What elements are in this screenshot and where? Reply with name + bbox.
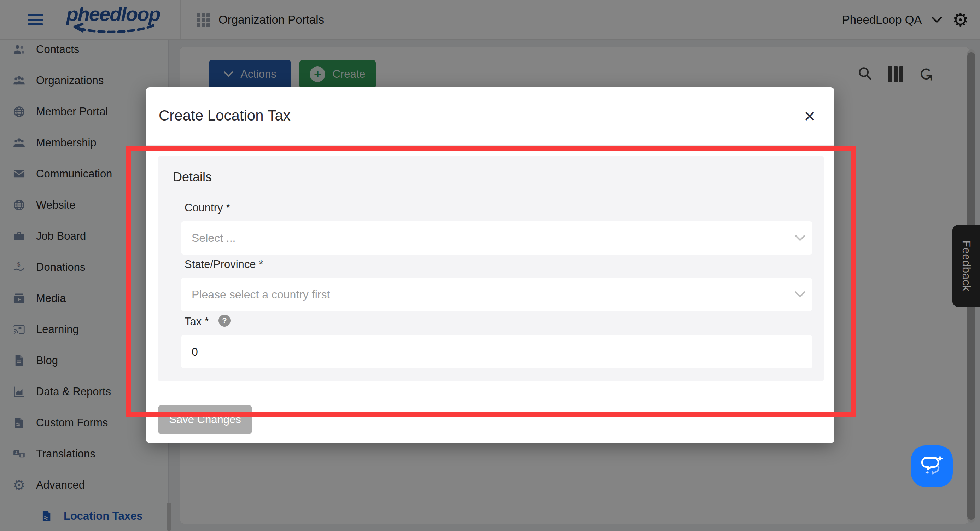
feedback-tab[interactable]: Feedback — [953, 225, 980, 307]
app-root: pheedloop Organization Portals PheedLoop… — [0, 0, 980, 531]
tax-input[interactable] — [181, 335, 813, 368]
details-section: Details Country * Select ... State/Provi… — [158, 156, 824, 381]
section-title: Details — [173, 170, 212, 184]
select-controls — [786, 221, 807, 254]
save-changes-button[interactable]: Save Changes — [158, 405, 252, 434]
feedback-tab-label: Feedback — [960, 240, 972, 291]
state-province-label: State/Province * — [185, 258, 263, 271]
state-select-placeholder: Please select a country first — [192, 288, 330, 301]
modal-title: Create Location Tax — [159, 107, 291, 124]
close-icon[interactable]: ✕ — [803, 109, 816, 124]
select-controls — [786, 278, 807, 311]
country-label: Country * — [185, 202, 230, 214]
create-location-tax-modal: Create Location Tax ✕ Details Country * … — [146, 87, 834, 443]
chevron-down-icon — [793, 234, 807, 242]
chevron-down-icon — [793, 290, 807, 299]
state-province-select[interactable]: Please select a country first — [181, 278, 813, 311]
country-select-placeholder: Select ... — [192, 232, 236, 245]
modal-header-divider — [146, 145, 834, 146]
country-select[interactable]: Select ... — [181, 221, 813, 254]
select-divider — [786, 229, 786, 247]
help-icon[interactable]: ? — [218, 315, 231, 327]
select-divider — [786, 285, 786, 304]
tax-label: Tax * — [185, 315, 209, 328]
chat-bubble-button[interactable] — [911, 445, 953, 487]
chat-sparkle-icon — [918, 453, 945, 480]
